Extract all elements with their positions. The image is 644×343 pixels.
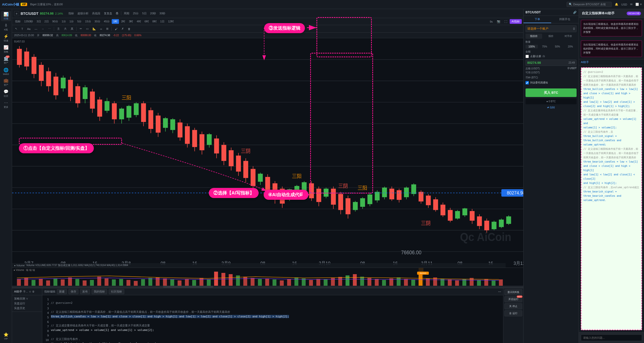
history-item[interactable]: 实盘历史 [14, 306, 40, 311]
account-selector[interactable]: 请选择一个账户 0 [526, 25, 577, 32]
sidebar-item-portfolio[interactable]: 💼 资产 [1, 77, 11, 87]
tf-3d[interactable]: 3日 [35, 19, 42, 24]
ai-tools-icon1[interactable]: 手... [23, 290, 28, 293]
order-type-market[interactable]: 报价 [543, 34, 559, 39]
tf-1m[interactable]: 1分 [60, 19, 67, 24]
draw-arrow[interactable]: → [40, 27, 46, 31]
sidebar-item-strategy[interactable]: 📈 策略 [1, 44, 11, 54]
notify-checkbox[interactable] [526, 81, 529, 84]
tf-settings[interactable]: 9s [488, 20, 494, 24]
tf-fullscreen[interactable]: ⛶ [503, 20, 509, 24]
draw-fib[interactable]: 📐 [91, 27, 98, 31]
qty-75[interactable]: 75% [538, 45, 551, 48]
draw-more-lines[interactable]: ⋯ [47, 27, 52, 31]
tf-8h[interactable]: 8时 [151, 19, 158, 24]
sidebar-item-community[interactable]: 💬 社区 [1, 88, 11, 99]
broker-link[interactable]: Biget 注册返10%，送$100 [30, 3, 63, 6]
code-display[interactable]: // @version=2 // 定义连续三根阳线条件高于前一天最高价，前一天最… [51, 296, 502, 343]
tab-indicator[interactable]: 指标 [67, 11, 75, 16]
stop-run-btn[interactable]: 关 停止 [504, 303, 522, 309]
main-chart[interactable]: 91457.03 [12, 38, 523, 268]
draw-large[interactable]: 大 [62, 26, 68, 31]
add-tab-btn[interactable]: + [14, 11, 19, 16]
tf-45m[interactable]: 45分 [102, 19, 111, 24]
order-type-limit[interactable]: 指挂价 [526, 34, 542, 39]
backtest-item[interactable]: 策略回测 ∨ [14, 296, 40, 301]
sidebar-item-chart[interactable]: 📊 行情 [1, 11, 11, 21]
show-kline-btn[interactable]: 显示到K线 [504, 289, 522, 295]
notification-icon[interactable]: 🔔 [615, 3, 618, 6]
tab-senior[interactable]: 超级分析 [76, 11, 90, 16]
draw-eraser[interactable]: ✗ [120, 27, 125, 31]
draw-main[interactable]: 主 [56, 26, 61, 31]
scrollbar[interactable] [12, 286, 523, 288]
vip-item[interactable]: ⭐ VIP [1, 331, 11, 341]
mail-icon[interactable]: ✉ [630, 3, 632, 6]
tf-30m[interactable]: 30分 [93, 19, 102, 24]
new-btn[interactable]: 新建 [57, 289, 67, 294]
tf-1m2[interactable]: 1分 [68, 19, 75, 24]
tf-2d[interactable]: 2日 [43, 19, 50, 24]
tf-1d[interactable]: 1日 [159, 19, 166, 24]
tf-indicators[interactable]: 指标 [14, 19, 22, 24]
sidebar-item-more[interactable]: ⋯ 更多 [1, 100, 11, 110]
tab-highlow[interactable]: 高低段 [91, 11, 102, 16]
draw-pattern[interactable]: ⊞ [105, 27, 110, 31]
full-run-btn[interactable]: 全 运行 [504, 310, 522, 316]
tf-4h[interactable]: 4时 [135, 19, 142, 24]
draw-real[interactable]: 真 [69, 26, 75, 31]
rp-tab-position[interactable]: 持新开仓 [551, 16, 579, 23]
draw-line[interactable]: — [33, 27, 39, 31]
community-ind-btn[interactable]: 社区指标 [109, 289, 124, 294]
tf-5m[interactable]: 5分 [76, 19, 83, 24]
ai-indicator-btn[interactable]: AI指标 [510, 19, 522, 24]
realtime-item[interactable]: 实盘运行 [14, 301, 40, 306]
order-type-counter[interactable]: 对手价 [560, 34, 577, 39]
search-box[interactable]: 🔍 Deepcoin BTC/USDT 永续 [567, 2, 612, 7]
qty-50[interactable]: 50% [551, 45, 564, 48]
tf-3h[interactable]: 3时 [127, 19, 135, 24]
transfer-btn[interactable]: ⇄ 划转 [526, 106, 577, 109]
tf-12h[interactable]: 12时 [167, 19, 175, 24]
tab-25m[interactable]: 25分 [131, 11, 140, 16]
tf-2h[interactable]: 2时 [119, 19, 127, 24]
tab-30s[interactable]: 30秒 [158, 11, 167, 16]
sidebar-item-quick[interactable]: ⚡ 快速 [1, 33, 11, 43]
stop-checkbox[interactable] [526, 55, 529, 58]
scrollbar-thumb[interactable] [163, 286, 213, 288]
draw-aa[interactable]: Aa [26, 27, 32, 31]
tab-overlay[interactable]: 叠 [114, 11, 120, 16]
tab-replay[interactable]: 复复盘 [102, 11, 114, 16]
tf-screenshot[interactable]: 📷 [495, 19, 502, 24]
save-btn[interactable]: 保存 [68, 289, 78, 294]
open-run-btn[interactable]: 开启运行 HOT [504, 296, 522, 302]
tab-20s[interactable]: 20秒 [149, 11, 157, 16]
window-controls[interactable]: ⬜ ✕ [635, 3, 642, 6]
tf-15m[interactable]: 15分 [84, 19, 92, 24]
draw-delete[interactable]: 🗑 [126, 27, 132, 31]
qty-100[interactable]: 100% [526, 45, 538, 48]
tf-1h[interactable]: 1时 [112, 19, 119, 24]
tab-5d[interactable]: 5日 [141, 11, 148, 16]
ai-input-field[interactable] [581, 334, 642, 341]
draw-brush[interactable]: 🖌 [113, 27, 119, 31]
tf-90m[interactable]: 90分 [51, 19, 60, 24]
tab-weekly[interactable]: 周期 [122, 11, 131, 16]
draw-measure[interactable]: ∞ [99, 27, 104, 31]
rp-link-icon[interactable]: 🔗 [573, 11, 577, 14]
sidebar-item-kline[interactable]: 🕯 K线 [1, 22, 11, 32]
qty-20[interactable]: 20% [564, 45, 577, 48]
draw-cursor[interactable]: ↖ [14, 27, 19, 31]
currency-select[interactable]: USD [621, 3, 627, 6]
tf-6h[interactable]: 6时 [143, 19, 150, 24]
tf-1350s[interactable]: 1350秒 [23, 19, 34, 24]
publish-btn[interactable]: 发布 [80, 289, 90, 294]
ai-help-label[interactable]: AI助手 [581, 60, 589, 64]
draw-text[interactable]: T [20, 27, 25, 31]
my-indicators-btn[interactable]: 我的指标 [92, 289, 107, 294]
draw-shape[interactable]: ▭ [85, 27, 90, 31]
rp-tab-order[interactable]: 下单 [524, 16, 551, 23]
star-icon[interactable]: ☆ [29, 290, 31, 293]
sidebar-item-web3[interactable]: 🌐 Web3 [1, 66, 11, 76]
buy-btn[interactable]: 买入 BTC [526, 88, 577, 97]
